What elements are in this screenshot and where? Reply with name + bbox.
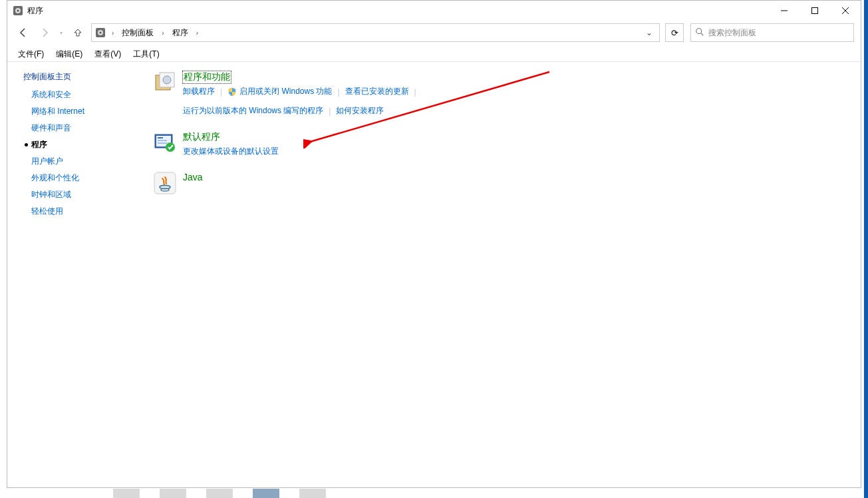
search-icon xyxy=(695,27,704,39)
sidebar-item-appearance[interactable]: 外观和个性化 xyxy=(23,172,79,184)
address-history-dropdown[interactable]: ⌄ xyxy=(642,28,656,37)
address-bar[interactable]: › 控制面板 › 程序 › ⌄ xyxy=(91,23,660,42)
window-title: 程序 xyxy=(27,5,43,17)
category-title-defaults[interactable]: 默认程序 xyxy=(183,131,279,143)
search-input[interactable] xyxy=(708,28,849,37)
sidebar: 控制面板主页 系统和安全 网络和 Internet 硬件和声音 程序 用户帐户 … xyxy=(7,62,140,487)
search-box[interactable] xyxy=(690,23,854,42)
svg-rect-17 xyxy=(158,137,163,138)
titlebar: 程序 xyxy=(7,1,861,21)
svg-line-11 xyxy=(701,33,704,35)
link-uninstall-program[interactable]: 卸载程序 xyxy=(183,86,215,97)
shield-icon xyxy=(227,87,237,97)
history-dropdown[interactable]: ▾ xyxy=(57,23,66,42)
svg-point-2 xyxy=(17,10,19,12)
taskbar-hint xyxy=(113,489,326,498)
link-media-defaults[interactable]: 更改媒体或设备的默认设置 xyxy=(183,146,279,157)
menu-view[interactable]: 查看(V) xyxy=(89,47,126,61)
svg-rect-19 xyxy=(158,142,167,144)
back-button[interactable] xyxy=(14,23,33,42)
link-windows-features-label: 启用或关闭 Windows 功能 xyxy=(239,86,332,97)
menu-tools[interactable]: 工具(T) xyxy=(128,47,164,61)
chevron-right-icon[interactable]: › xyxy=(194,29,201,37)
category-default-programs: 默认程序 更改媒体或设备的默认设置 xyxy=(154,131,847,157)
minimize-button[interactable] xyxy=(769,1,799,21)
sidebar-home[interactable]: 控制面板主页 xyxy=(23,71,140,83)
link-view-updates[interactable]: 查看已安装的更新 xyxy=(345,86,409,97)
sidebar-item-programs[interactable]: 程序 xyxy=(23,139,47,150)
default-programs-icon xyxy=(154,131,176,154)
programs-features-icon xyxy=(154,71,176,94)
svg-rect-18 xyxy=(158,140,167,141)
link-compat-troubleshoot[interactable]: 运行为以前版本的 Windows 编写的程序 xyxy=(183,105,323,117)
link-how-to-install[interactable]: 如何安装程序 xyxy=(336,105,384,117)
control-panel-icon xyxy=(94,27,106,39)
content-area: 程序和功能 卸载程序 | 启用或关 xyxy=(140,62,861,487)
svg-point-14 xyxy=(163,76,171,84)
link-windows-features[interactable]: 启用或关闭 Windows 功能 xyxy=(227,86,332,97)
breadcrumb-root[interactable]: 控制面板 xyxy=(119,26,156,40)
sidebar-item-system-security[interactable]: 系统和安全 xyxy=(23,89,71,101)
svg-rect-4 xyxy=(812,8,818,14)
svg-point-10 xyxy=(696,28,702,33)
control-panel-window: 程序 ▾ xyxy=(7,0,861,488)
sidebar-item-ease-of-access[interactable]: 轻松使用 xyxy=(23,206,63,217)
sidebar-item-network[interactable]: 网络和 Internet xyxy=(23,106,84,117)
control-panel-icon xyxy=(13,5,23,16)
up-button[interactable] xyxy=(69,23,87,42)
forward-button[interactable] xyxy=(35,23,54,42)
category-title-programs[interactable]: 程序和功能 xyxy=(183,71,231,83)
menu-edit[interactable]: 编辑(E) xyxy=(51,47,88,61)
sidebar-item-user-accounts[interactable]: 用户帐户 xyxy=(23,156,63,167)
menubar: 文件(F) 编辑(E) 查看(V) 工具(T) xyxy=(7,47,861,62)
menu-file[interactable]: 文件(F) xyxy=(13,47,49,61)
breadcrumb-current[interactable]: 程序 xyxy=(170,26,191,40)
navbar: ▾ › 控制面板 › 程序 › ⌄ ⟳ xyxy=(7,21,861,45)
chevron-right-icon[interactable]: › xyxy=(159,29,166,37)
java-icon xyxy=(154,172,176,194)
sidebar-item-clock-region[interactable]: 时钟和区域 xyxy=(23,189,71,200)
chevron-right-icon[interactable]: › xyxy=(109,29,116,37)
sidebar-item-hardware-sound[interactable]: 硬件和声音 xyxy=(23,123,71,134)
category-title-java[interactable]: Java xyxy=(183,172,203,182)
close-button[interactable] xyxy=(830,1,861,21)
category-java: Java xyxy=(154,172,847,194)
maximize-button[interactable] xyxy=(799,1,830,21)
category-programs-features: 程序和功能 卸载程序 | 启用或关 xyxy=(154,71,847,117)
svg-point-9 xyxy=(100,32,102,34)
refresh-button[interactable]: ⟳ xyxy=(665,23,684,42)
